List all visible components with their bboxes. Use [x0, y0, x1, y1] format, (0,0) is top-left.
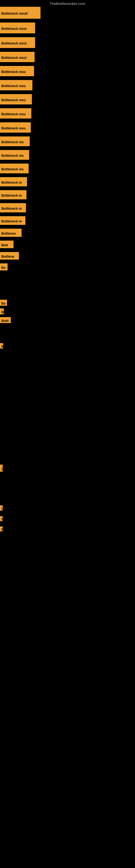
bar-row: B — [0, 308, 135, 314]
bottleneck-label: Bottleneck re — [0, 177, 27, 186]
bottleneck-label: B — [0, 527, 3, 531]
bottleneck-label: B — [0, 516, 3, 521]
bar-row: Bottleneck resu — [0, 66, 135, 76]
bottleneck-label: Bottleneck resu — [0, 122, 31, 133]
bar-row: Bottleneck res — [0, 163, 135, 173]
bar-row: Bottleneck resu — [0, 94, 135, 104]
bar-row: Bottleneck resul — [0, 37, 135, 48]
bottleneck-label: | — [0, 505, 3, 511]
bar-row: Bottleneck res — [0, 150, 135, 160]
bar-row: Bottleneck re — [0, 190, 135, 199]
bar-row: Bottleneck re — [0, 177, 135, 186]
bottleneck-label: Bo — [0, 264, 8, 271]
bottleneck-label: Bottleneck res — [0, 163, 29, 173]
bar-row: B — [0, 527, 135, 531]
bottleneck-label: Bottleneck resu — [0, 80, 32, 90]
bar-row: Bottleneck resul — [0, 23, 135, 33]
bar-row: Bottleneck resul — [0, 52, 135, 62]
bottleneck-label: Bottl — [0, 317, 11, 323]
bottleneck-label: Bottleneck res — [0, 136, 30, 146]
bottleneck-label: Bottleneck result — [0, 7, 41, 19]
bar-row: Bottleneck re — [0, 216, 135, 225]
bar-row: Bottleneck re — [0, 203, 135, 212]
bottleneck-label: Bottleneck re — [0, 216, 26, 225]
bottleneck-label: Bottlenec — [0, 229, 21, 237]
bottleneck-label: Bottleneck re — [0, 203, 26, 212]
bar-row: Bott — [0, 241, 135, 248]
bottleneck-label: Bottleneck resul — [0, 37, 35, 48]
bar-row: | — [0, 505, 135, 511]
bottleneck-label: Bottleneck res — [0, 150, 29, 160]
bottleneck-label: Bottleneck resu — [0, 66, 34, 76]
bar-row: Bo — [0, 264, 135, 271]
bottleneck-label: B — [0, 308, 4, 314]
bottleneck-label: Bottlene — [0, 252, 19, 259]
bottleneck-label: Bottleneck resul — [0, 52, 35, 62]
bar-row: Bo — [0, 300, 135, 306]
bottleneck-label: Bott — [0, 241, 13, 248]
bar-row: Bottleneck resu — [0, 108, 135, 119]
bar-row: Bottleneck resu — [0, 80, 135, 90]
bar-row: Bottleneck res — [0, 136, 135, 146]
bar-row: Bottl — [0, 317, 135, 323]
bottleneck-label: B — [0, 343, 3, 348]
bottleneck-label: Bo — [0, 300, 7, 306]
bottleneck-label: | — [0, 465, 3, 472]
bar-row: Bottleneck resu — [0, 122, 135, 133]
site-title: TheBottlenecker.com — [0, 0, 135, 7]
bar-row: B — [0, 343, 135, 348]
bottleneck-label: Bottleneck resul — [0, 23, 35, 33]
bar-row: Bottlene — [0, 252, 135, 259]
bottleneck-label: Bottleneck resu — [0, 94, 32, 104]
bar-row: | — [0, 465, 135, 472]
bar-row: Bottleneck result — [0, 7, 135, 19]
bottleneck-label: Bottleneck resu — [0, 108, 31, 119]
bar-row: B — [0, 516, 135, 521]
bar-row: Bottlenec — [0, 229, 135, 237]
bottleneck-label: Bottleneck re — [0, 190, 27, 199]
